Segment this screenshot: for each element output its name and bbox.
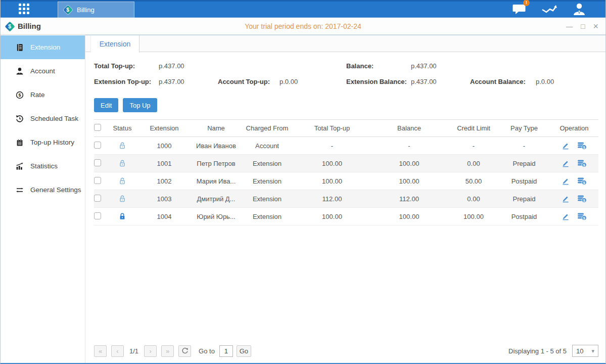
window-titlebar: $ Billing Your trial period ends on: 201… xyxy=(1,18,605,35)
sidebar-item-general-settings[interactable]: General Settings xyxy=(1,178,85,202)
last-page-button[interactable]: » xyxy=(161,345,174,357)
cell-charged-from: Extension xyxy=(241,160,294,167)
close-icon[interactable]: × xyxy=(593,22,598,31)
sidebar-item-topup-history[interactable]: Top-up History xyxy=(1,130,85,154)
extension-balance-label: Extension Balance: xyxy=(346,78,411,85)
bar-chart-icon xyxy=(16,162,24,170)
chat-icon[interactable]: ! xyxy=(512,3,526,15)
total-topup-value: p.437.00 xyxy=(159,62,218,70)
extension-topup-value: p.437.00 xyxy=(159,78,218,85)
maximize-icon[interactable]: □ xyxy=(581,23,585,30)
edit-pencil-icon[interactable] xyxy=(562,177,570,185)
sidebar-item-rate[interactable]: $ Rate xyxy=(1,83,85,107)
edit-button[interactable]: Edit xyxy=(94,98,118,112)
window-controls: — □ × xyxy=(566,18,598,35)
cell-pay-type: Postpaid xyxy=(499,213,549,220)
cell-extension: 1000 xyxy=(137,142,192,150)
svg-text:$: $ xyxy=(583,216,585,220)
cell-total-topup: 100.00 xyxy=(294,177,370,185)
sidebar-item-scheduled-task[interactable]: Scheduled Task xyxy=(1,107,85,130)
col-pay-type: Pay Type xyxy=(499,124,549,132)
refresh-button[interactable] xyxy=(178,345,191,357)
sidebar-item-account[interactable]: Account xyxy=(1,59,85,83)
table-row: 1000 Иван Иванов Account - - - - $ xyxy=(94,137,598,155)
cell-extension: 1004 xyxy=(137,213,192,220)
row-checkbox[interactable] xyxy=(94,142,101,149)
apps-grid-icon[interactable] xyxy=(19,4,29,14)
account-balance-value: p.0.00 xyxy=(536,78,595,85)
next-page-button[interactable]: › xyxy=(144,345,157,357)
cell-extension: 1002 xyxy=(137,177,192,185)
cell-pay-type: - xyxy=(499,142,549,150)
edit-pencil-icon[interactable] xyxy=(562,159,570,167)
displaying-text: Displaying 1 - 5 of 5 xyxy=(508,347,567,355)
go-button[interactable]: Go xyxy=(237,345,251,357)
topup-coins-icon[interactable]: $ xyxy=(577,212,587,220)
cell-pay-type: Postpaid xyxy=(499,177,549,185)
topup-coins-icon[interactable]: $ xyxy=(577,177,587,185)
account-balance-label: Account Balance: xyxy=(470,78,536,85)
sidebar-item-extension[interactable]: Extension xyxy=(1,35,85,59)
person-icon xyxy=(16,67,24,75)
edit-pencil-icon[interactable] xyxy=(562,212,570,220)
account-topup-label: Account Top-up: xyxy=(218,78,279,85)
page-indicator: 1/1 xyxy=(129,347,138,355)
topup-coins-icon[interactable]: $ xyxy=(577,159,587,167)
billing-app-window: $ Billing ! $ Billing Your trial period … xyxy=(0,0,606,364)
edit-pencil-icon[interactable] xyxy=(562,142,570,150)
minimize-icon[interactable]: — xyxy=(566,23,573,30)
svg-text:$: $ xyxy=(583,146,585,150)
row-checkbox[interactable] xyxy=(94,195,101,202)
row-checkbox[interactable] xyxy=(94,212,101,219)
first-page-button[interactable]: « xyxy=(94,345,107,357)
balance-value: p.437.00 xyxy=(411,62,470,70)
svg-text:$: $ xyxy=(18,93,21,98)
cell-name: Петр Петров xyxy=(192,160,241,167)
col-credit-limit: Credit Limit xyxy=(448,124,499,132)
line-chart-icon[interactable] xyxy=(541,3,557,15)
edit-pencil-icon[interactable] xyxy=(562,195,570,203)
cell-credit-limit: 100.00 xyxy=(448,213,499,220)
extensions-table: Status Extension Name Charged From Total… xyxy=(94,119,598,225)
user-icon[interactable] xyxy=(572,3,586,16)
cell-extension: 1003 xyxy=(137,195,192,203)
svg-text:$: $ xyxy=(583,181,585,185)
svg-text:$: $ xyxy=(583,199,585,203)
goto-page-input[interactable] xyxy=(219,345,233,357)
row-checkbox[interactable] xyxy=(94,177,101,184)
topup-coins-icon[interactable]: $ xyxy=(577,195,587,203)
cell-balance: - xyxy=(370,142,448,150)
svg-text:$: $ xyxy=(583,163,585,167)
refresh-icon xyxy=(181,347,189,354)
cell-credit-limit: 0.00 xyxy=(448,160,499,167)
billing-diamond-icon: $ xyxy=(5,21,15,31)
toolbar: Edit Top Up xyxy=(94,98,598,112)
balance-summary: Total Top-up: p.437.00 Extension Top-up:… xyxy=(94,58,598,89)
sidebar-item-label: Extension xyxy=(30,43,60,51)
dollar-circle-icon: $ xyxy=(16,91,24,99)
extension-topup-label: Extension Top-up: xyxy=(94,78,159,85)
page-size-select[interactable]: 10 ▾ xyxy=(572,345,598,357)
top-up-button[interactable]: Top Up xyxy=(123,98,157,112)
col-total-topup: Total Top-up xyxy=(294,124,370,132)
cell-balance: 100.00 xyxy=(370,177,448,185)
cell-charged-from: Extension xyxy=(241,213,294,220)
cell-charged-from: Extension xyxy=(241,195,294,203)
row-checkbox[interactable] xyxy=(94,159,101,166)
lock-open-icon xyxy=(118,195,126,203)
prev-page-button[interactable]: ‹ xyxy=(111,345,124,357)
page-size-value: 10 xyxy=(576,347,583,355)
tab-extension[interactable]: Extension xyxy=(90,35,139,53)
lock-open-icon xyxy=(118,159,126,167)
col-operation: Operation xyxy=(549,124,599,132)
table-row: 1001 Петр Петров Extension 100.00 100.00… xyxy=(94,155,598,172)
sidebar-item-label: Scheduled Task xyxy=(30,115,78,122)
extension-balance-value: p.437.00 xyxy=(411,78,470,85)
topbar-right-icons: ! xyxy=(512,0,586,18)
sidebar-item-statistics[interactable]: Statistics xyxy=(1,154,85,178)
select-all-checkbox[interactable] xyxy=(94,124,101,131)
notification-badge: ! xyxy=(523,0,530,6)
topbar-billing-tab[interactable]: $ Billing xyxy=(58,2,134,18)
sidebar-item-label: Statistics xyxy=(30,162,58,170)
topup-coins-icon[interactable]: $ xyxy=(577,142,587,150)
